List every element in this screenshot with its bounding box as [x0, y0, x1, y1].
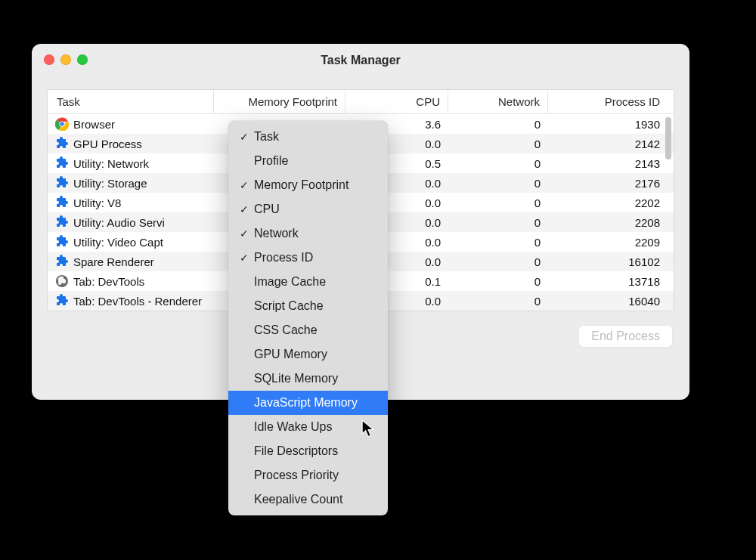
check-icon: ✓ — [237, 179, 251, 191]
cell-process-id: 13718 — [548, 271, 671, 291]
check-icon: ✓ — [237, 252, 251, 264]
cell-task: Tab: DevTools - Renderer — [48, 291, 214, 311]
cell-network: 0 — [448, 173, 548, 193]
menu-item-label: Memory Footprint — [254, 178, 379, 192]
column-header-task[interactable]: Task — [48, 90, 214, 113]
globe-icon — [55, 274, 69, 288]
extension-icon — [55, 196, 69, 209]
task-name: Utility: Audio Servi — [73, 216, 165, 229]
zoom-window-button[interactable] — [77, 54, 88, 65]
menu-item[interactable]: ✓Task — [228, 125, 388, 149]
check-icon: ✓ — [237, 131, 251, 143]
menu-item[interactable]: Profile — [228, 149, 388, 173]
cell-network: 0 — [448, 232, 548, 252]
menu-item-label: SQLite Memory — [254, 372, 379, 385]
cell-task: Spare Renderer — [48, 252, 214, 271]
cell-task: Utility: Audio Servi — [48, 212, 214, 232]
menu-item-label: CSS Cache — [254, 323, 379, 337]
menu-item[interactable]: Keepalive Count — [228, 487, 388, 512]
cell-network: 0 — [448, 114, 548, 134]
cell-task: Utility: Video Capt — [48, 232, 214, 252]
task-name: Utility: Storage — [73, 177, 147, 190]
cell-task: Utility: Network — [48, 153, 214, 173]
menu-item[interactable]: CSS Cache — [228, 318, 388, 342]
menu-item-label: Image Cache — [254, 275, 379, 289]
menu-item-label: Script Cache — [254, 299, 379, 313]
cell-task: Browser — [48, 114, 214, 134]
task-name: Utility: Video Capt — [73, 236, 163, 249]
menu-item[interactable]: Idle Wake Ups — [228, 415, 388, 439]
column-header-cpu[interactable]: CPU — [345, 90, 448, 113]
menu-item-label: GPU Memory — [254, 348, 379, 361]
menu-item-label: File Descriptors — [254, 444, 379, 458]
minimize-window-button[interactable] — [60, 54, 71, 65]
cell-network: 0 — [448, 134, 548, 153]
task-name: Utility: Network — [73, 157, 149, 170]
extension-icon — [55, 176, 69, 190]
task-name: Tab: DevTools — [73, 275, 144, 288]
menu-item-label: Process Priority — [254, 469, 379, 482]
menu-item[interactable]: Process Priority — [228, 463, 388, 487]
menu-item[interactable]: ✓Network — [228, 221, 388, 246]
close-window-button[interactable] — [44, 54, 54, 65]
cell-task: Utility: Storage — [48, 173, 214, 193]
cell-task: Tab: DevTools — [48, 271, 214, 291]
scrollbar[interactable] — [665, 117, 671, 306]
cell-network: 0 — [448, 193, 548, 212]
check-icon: ✓ — [237, 227, 251, 240]
extension-icon — [55, 294, 69, 308]
menu-item-label: CPU — [254, 203, 379, 216]
menu-item[interactable]: SQLite Memory — [228, 367, 388, 391]
table-header: Task Memory Footprint CPU Network Proces… — [48, 90, 674, 114]
cell-process-id: 2209 — [548, 232, 671, 252]
cell-network: 0 — [448, 252, 548, 271]
cell-network: 0 — [448, 153, 548, 173]
task-name: Utility: V8 — [73, 196, 121, 209]
cell-process-id: 2176 — [548, 173, 671, 193]
cell-network: 0 — [448, 212, 548, 232]
extension-icon — [55, 156, 69, 170]
menu-item-label: Task — [254, 130, 379, 144]
menu-item[interactable]: GPU Memory — [228, 342, 388, 367]
extension-icon — [55, 137, 69, 150]
menu-item-label: Profile — [254, 154, 379, 168]
menu-item[interactable]: ✓Process ID — [228, 246, 388, 270]
chrome-icon — [55, 117, 69, 131]
cell-network: 0 — [448, 271, 548, 291]
window-title: Task Manager — [321, 54, 401, 67]
cell-process-id: 2143 — [548, 153, 671, 173]
menu-item[interactable]: File Descriptors — [228, 439, 388, 463]
cell-task: Utility: V8 — [48, 193, 214, 212]
extension-icon — [55, 235, 69, 249]
cell-process-id: 16102 — [548, 252, 671, 271]
check-icon: ✓ — [237, 203, 251, 215]
menu-item[interactable]: JavaScript Memory — [228, 391, 388, 415]
cell-process-id: 2142 — [548, 134, 671, 153]
menu-item[interactable]: ✓Memory Footprint — [228, 173, 388, 197]
scrollbar-thumb[interactable] — [665, 117, 671, 159]
end-process-button[interactable]: End Process — [578, 325, 673, 348]
menu-item-label: Keepalive Count — [254, 493, 379, 506]
traffic-lights — [44, 54, 88, 65]
cell-process-id: 2208 — [548, 212, 671, 232]
column-context-menu: ✓TaskProfile✓Memory Footprint✓CPU✓Networ… — [228, 121, 388, 515]
column-header-memory[interactable]: Memory Footprint — [214, 90, 345, 113]
menu-item-label: Network — [254, 227, 379, 240]
task-name: Tab: DevTools - Renderer — [73, 295, 202, 308]
column-header-process-id[interactable]: Process ID — [548, 90, 671, 113]
menu-item[interactable]: Script Cache — [228, 294, 388, 318]
menu-item-label: Idle Wake Ups — [254, 420, 379, 434]
cell-process-id: 2202 — [548, 193, 671, 212]
column-header-network[interactable]: Network — [448, 90, 548, 113]
menu-item-label: JavaScript Memory — [254, 396, 379, 410]
cell-process-id: 16040 — [548, 291, 671, 311]
titlebar[interactable]: Task Manager — [32, 44, 689, 77]
cell-network: 0 — [448, 291, 548, 311]
task-name: Spare Renderer — [73, 255, 154, 268]
cell-task: GPU Process — [48, 134, 214, 153]
task-name: GPU Process — [73, 138, 142, 150]
menu-item[interactable]: ✓CPU — [228, 197, 388, 221]
extension-icon — [55, 215, 69, 229]
menu-item[interactable]: Image Cache — [228, 270, 388, 294]
menu-item-label: Process ID — [254, 251, 379, 265]
